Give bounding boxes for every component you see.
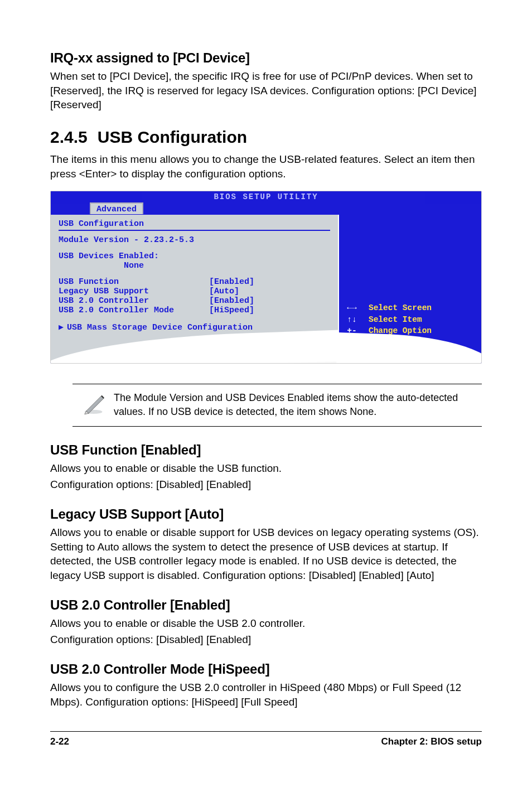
subsection: USB Function [Enabled]Allows you to enab… (50, 442, 482, 492)
subsection-paragraph: Allows you to enable or disable support … (50, 525, 482, 583)
note-text: The Module Version and USB Devices Enabl… (114, 391, 480, 418)
subsection-paragraph: Allows you to enable or disable the USB … (50, 461, 482, 476)
bios-right-pane: ←→ Select Screen↑↓ Select Item+- Change … (339, 215, 481, 364)
bios-setting-row: USB 2.0 Controller Mode [HiSpeed] (59, 306, 330, 315)
section-title: USB Configuration (98, 128, 247, 146)
section-heading: 2.4.5USB Configuration (50, 128, 482, 147)
subsection-paragraph: Configuration options: [Disabled] [Enabl… (50, 632, 482, 647)
bios-key-legend: ←→ Select Screen↑↓ Select Item+- Change … (347, 302, 476, 336)
subsection-heading: USB Function [Enabled] (50, 442, 482, 458)
bios-module-version: Module Version - 2.23.2-5.3 (59, 235, 330, 245)
subsection-heading: USB 2.0 Controller [Enabled] (50, 597, 482, 613)
submenu-arrow-icon: ▶ (59, 323, 64, 332)
bios-key-symbol: ←→ (347, 302, 364, 313)
subsection: Legacy USB Support [Auto]Allows you to e… (50, 506, 482, 583)
bios-key-label: Select Screen (364, 303, 432, 312)
footer-chapter: Chapter 2: BIOS setup (381, 736, 482, 747)
bios-devices-value: None (59, 261, 330, 270)
subsection-paragraph: Allows you to enable or disable the USB … (50, 616, 482, 631)
subsection-heading: USB 2.0 Controller Mode [HiSpeed] (50, 661, 482, 677)
bios-key-row: ↑↓ Select Item (347, 314, 476, 325)
bios-tab-advanced: Advanced (90, 202, 143, 214)
note-pencil-icon (75, 391, 114, 417)
page-footer: 2-22 Chapter 2: BIOS setup (50, 731, 482, 747)
bios-key-symbol: ↑↓ (347, 314, 364, 325)
bios-setting-row: Legacy USB Support [Auto] (59, 287, 330, 296)
bios-pane-title: USB Configuration (59, 218, 330, 231)
bios-utility-title: BIOS SETUP UTILITY (51, 191, 481, 204)
bios-submenu: USB Mass Storage Device Configuration (67, 323, 253, 332)
footer-page-number: 2-22 (50, 736, 69, 747)
bios-setting-row: USB Function [Enabled] (59, 277, 330, 287)
irq-body: When set to [PCI Device], the specific I… (50, 69, 482, 112)
bios-devices-label: USB Devices Enabled: (59, 252, 330, 261)
section-number: 2.4.5 (50, 128, 88, 147)
subsection-paragraph: Allows you to configure the USB 2.0 cont… (50, 680, 482, 709)
bios-settings-list: USB Function [Enabled]Legacy USB Support… (59, 277, 330, 315)
section-lead: The items in this menu allows you to cha… (50, 152, 482, 181)
irq-heading: IRQ-xx assigned to [PCI Device] (50, 50, 482, 66)
bios-key-label: Select Item (364, 315, 422, 324)
subsection-paragraph: Configuration options: [Disabled] [Enabl… (50, 477, 482, 492)
note-block: The Module Version and USB Devices Enabl… (72, 384, 482, 427)
bios-screenshot: BIOS SETUP UTILITY Advanced USB Configur… (50, 191, 482, 364)
subsection: USB 2.0 Controller Mode [HiSpeed]Allows … (50, 661, 482, 709)
bios-setting-row: USB 2.0 Controller [Enabled] (59, 296, 330, 306)
subsection: USB 2.0 Controller [Enabled]Allows you t… (50, 597, 482, 647)
subsection-heading: Legacy USB Support [Auto] (50, 506, 482, 522)
bios-key-row: ←→ Select Screen (347, 302, 476, 313)
bios-left-pane: USB Configuration Module Version - 2.23.… (51, 215, 339, 364)
